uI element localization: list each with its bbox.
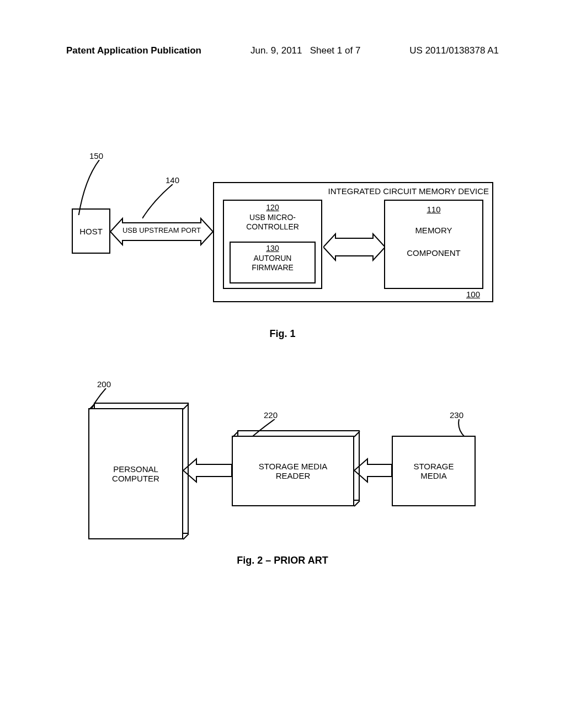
ic-title: INTEGRATED CIRCUIT MEMORY DEVICE <box>214 186 489 196</box>
figure-1: HOST USB UPSTREAM PORT INTEGRATED CIRCUI… <box>72 182 497 309</box>
ref-120: 120 <box>224 203 321 213</box>
usb-micro-line2: CONTROLLER <box>246 222 299 231</box>
header-pubno: US 2011/0138378 A1 <box>409 45 499 56</box>
ref-150: 150 <box>89 151 103 160</box>
header-date: Jun. 9, 2011 Sheet 1 of 7 <box>250 45 360 56</box>
usb-upstream-label: USB UPSTREAM PORT <box>117 226 206 234</box>
autorun-line1: AUTORUN <box>254 254 292 263</box>
ref-200: 200 <box>97 379 111 389</box>
media-line1: STORAGE <box>413 462 454 471</box>
left-arrow-icon <box>183 458 232 483</box>
autorun-line2: FIRMWARE <box>252 263 294 272</box>
ref-100: 100 <box>466 290 480 299</box>
right-arrow-icon <box>354 458 392 483</box>
header-left: Patent Application Publication <box>66 45 201 56</box>
figure-2-caption: Fig. 2 – PRIOR ART <box>0 555 565 566</box>
svg-marker-1 <box>323 234 385 260</box>
usb-micro-line1: USB MICRO- <box>249 213 296 222</box>
ref-130: 130 <box>231 244 315 254</box>
host-label: HOST <box>79 227 103 236</box>
media-box: STORAGE MEDIA <box>392 436 476 506</box>
svg-line-2 <box>89 404 95 409</box>
svg-line-4 <box>183 534 189 539</box>
mem-line1: MEMORY <box>415 226 452 235</box>
reader-3d-lines <box>232 430 361 507</box>
pc-3d-lines <box>88 403 190 542</box>
page-header: Patent Application Publication Jun. 9, 2… <box>66 45 499 56</box>
svg-marker-9 <box>354 459 392 482</box>
media-line2: MEDIA <box>420 471 447 480</box>
svg-line-8 <box>354 501 360 506</box>
svg-line-7 <box>354 431 360 437</box>
mem-line2: COMPONENT <box>407 248 461 258</box>
header-date-text: Jun. 9, 2011 <box>250 45 302 56</box>
figure-2: PERSONAL COMPUTER STORAGE MEDIA READER <box>88 403 475 557</box>
svg-line-6 <box>233 431 238 437</box>
page: Patent Application Publication Jun. 9, 2… <box>0 0 565 728</box>
host-box: HOST <box>72 208 110 254</box>
ic-memory-device-box: INTEGRATED CIRCUIT MEMORY DEVICE 120 USB… <box>213 182 493 302</box>
svg-marker-5 <box>183 459 232 482</box>
memory-component-box: 110 MEMORY COMPONENT <box>384 200 483 289</box>
mid-bi-arrow-icon <box>323 232 385 263</box>
svg-line-3 <box>183 404 189 409</box>
header-sheet: Sheet 1 of 7 <box>310 45 361 56</box>
figure-1-caption: Fig. 1 <box>0 328 565 340</box>
autorun-firmware-box: 130 AUTORUN FIRMWARE <box>230 242 316 283</box>
ref-110: 110 <box>385 204 482 215</box>
usb-microcontroller-box: 120 USB MICRO- CONTROLLER 130 AUTORUN FI… <box>223 200 322 289</box>
